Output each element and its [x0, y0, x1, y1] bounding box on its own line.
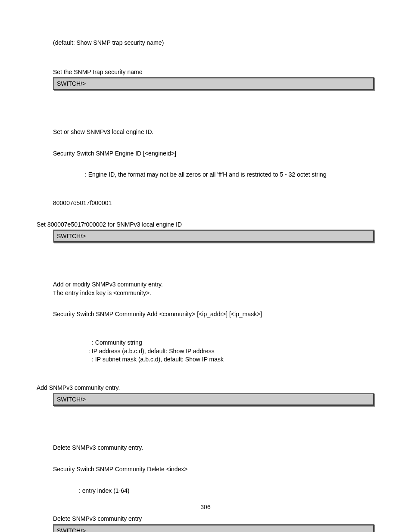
description-text: The entry index key is <community>. [37, 289, 374, 298]
syntax-text: Security Switch SNMP Community Delete <i… [37, 465, 374, 474]
page-number: 306 [0, 504, 411, 510]
action-text: Delete SNMPv3 community entry [37, 515, 374, 523]
description-text: Add or modify SNMPv3 community entry. [37, 280, 374, 289]
action-text: Set 800007e5017f000002 for SNMPv3 local … [37, 221, 374, 229]
parameter-text: : IP subnet mask (a.b.c.d), default: Sho… [37, 355, 374, 364]
action-text: Set the SNMP trap security name [37, 68, 374, 77]
syntax-text: Security Switch SNMP Community Add <comm… [37, 310, 374, 319]
document-page: (default: Show SNMP trap security name) … [0, 0, 411, 532]
parameter-text: : IP address (a.b.c.d), default: Show IP… [37, 347, 374, 356]
parameter-text: : entry index (1-64) [37, 487, 374, 495]
code-block: SWITCH/> [53, 393, 374, 406]
parameter-text: : Engine ID, the format may not be all z… [37, 171, 374, 179]
default-text: (default: Show SNMP trap security name) [37, 39, 374, 47]
parameter-text: : Community string [37, 339, 374, 347]
code-block: SWITCH/> [53, 230, 374, 243]
code-block: SWITCH/> [53, 77, 374, 90]
action-text: Add SNMPv3 community entry. [37, 384, 374, 392]
syntax-text: Security Switch SNMP Engine ID [<enginei… [37, 149, 374, 158]
default-text: 800007e5017f000001 [37, 199, 374, 208]
description-text: Set or show SNMPv3 local engine ID. [37, 128, 374, 137]
description-text: Delete SNMPv3 community entry. [37, 444, 374, 452]
code-block: SWITCH/> [53, 524, 374, 532]
